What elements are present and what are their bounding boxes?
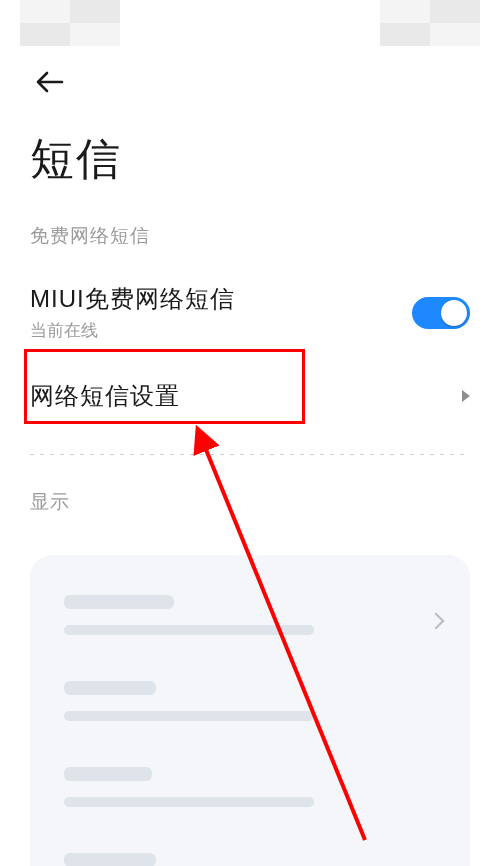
row-subtitle: 当前在线: [30, 319, 412, 342]
back-button[interactable]: [30, 62, 70, 102]
section-label-display: 显示: [0, 455, 500, 535]
toggle-free-network-sms[interactable]: [412, 297, 470, 329]
placeholder-line: [64, 797, 314, 807]
placeholder-line: [64, 625, 314, 635]
row-title: MIUI免费网络短信: [30, 283, 412, 315]
toggle-knob: [441, 300, 467, 326]
placeholder-line: [64, 595, 174, 609]
page-title: 短信: [30, 130, 470, 189]
chevron-right-icon: [462, 390, 470, 402]
row-title: 网络短信设置: [30, 380, 462, 412]
section-label-network-sms: 免费网络短信: [0, 189, 500, 269]
display-preview-card[interactable]: [30, 555, 470, 866]
row-network-sms-settings[interactable]: 网络短信设置: [0, 356, 500, 436]
chevron-right-icon: [428, 613, 445, 630]
row-free-network-sms[interactable]: MIUI免费网络短信 当前在线: [0, 269, 500, 356]
placeholder-line: [64, 681, 156, 695]
placeholder-line: [64, 711, 314, 721]
arrow-left-icon: [35, 70, 65, 94]
placeholder-line: [64, 853, 156, 866]
row-main: MIUI免费网络短信 当前在线: [30, 283, 412, 342]
statusbar-blur-right: [380, 0, 480, 46]
placeholder-line: [64, 767, 152, 781]
statusbar-blur-left: [20, 0, 120, 46]
